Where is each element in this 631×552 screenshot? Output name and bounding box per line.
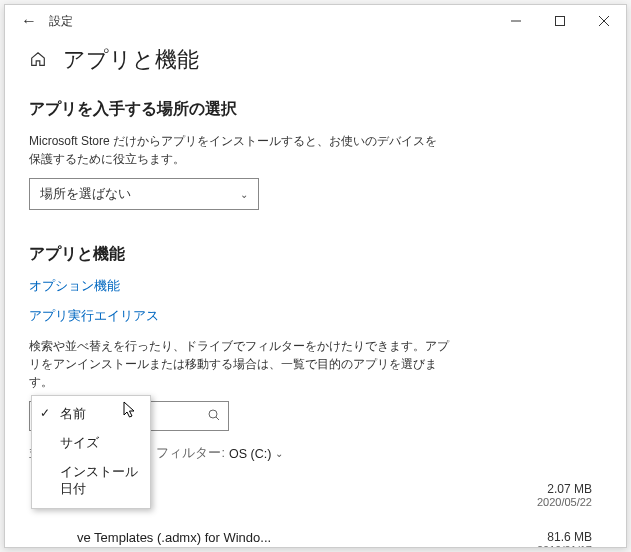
filter-dropdown[interactable]: フィルター: OS (C:) ⌄: [156, 445, 283, 462]
search-icon: [208, 409, 220, 424]
sort-menu-item-date[interactable]: インストール日付: [32, 458, 150, 504]
app-alias-link[interactable]: アプリ実行エイリアス: [29, 307, 602, 325]
install-source-value: 場所を選ばない: [40, 186, 131, 203]
apps-desc: 検索や並べ替えを行ったり、ドライブでフィルターをかけたりできます。アプリをアンイ…: [29, 337, 449, 391]
page-title: アプリと機能: [63, 45, 199, 75]
install-source-select[interactable]: 場所を選ばない ⌄: [29, 178, 259, 210]
chevron-down-icon: ⌄: [275, 448, 283, 459]
filter-label: フィルター:: [156, 445, 224, 462]
app-name: ve Templates (.admx) for Windo...: [77, 530, 347, 545]
app-row[interactable]: ve Templates (.admx) for Windo... 81.6 M…: [29, 524, 602, 548]
install-source-heading: アプリを入手する場所の選択: [29, 99, 602, 120]
app-date: 2020/05/22: [512, 496, 592, 508]
window-controls: [494, 5, 626, 37]
svg-line-5: [216, 417, 219, 420]
sort-context-menu: 名前 サイズ インストール日付: [31, 395, 151, 509]
app-size: 2.07 MB: [512, 482, 592, 496]
titlebar: ← 設定: [5, 5, 626, 37]
app-size: 81.6 MB: [512, 530, 592, 544]
optional-features-link[interactable]: オプション機能: [29, 277, 602, 295]
home-icon[interactable]: [29, 50, 49, 70]
app-date: 2019/01/17: [512, 544, 592, 548]
filter-value: OS (C:): [229, 447, 271, 461]
minimize-button[interactable]: [494, 5, 538, 37]
svg-rect-1: [556, 17, 565, 26]
svg-point-4: [209, 410, 217, 418]
apps-heading: アプリと機能: [29, 244, 602, 265]
close-button[interactable]: [582, 5, 626, 37]
page-header: アプリと機能: [29, 45, 602, 75]
window-title: 設定: [49, 13, 73, 30]
back-button[interactable]: ←: [13, 5, 45, 37]
sort-menu-item-size[interactable]: サイズ: [32, 429, 150, 458]
settings-window: ← 設定 アプリと機能 アプリを入手する場所の選択 Microsoft Stor…: [4, 4, 627, 548]
maximize-button[interactable]: [538, 5, 582, 37]
chevron-down-icon: ⌄: [240, 189, 248, 200]
sort-menu-item-name[interactable]: 名前: [32, 400, 150, 429]
install-source-desc: Microsoft Store だけからアプリをインストールすると、お使いのデバ…: [29, 132, 449, 168]
